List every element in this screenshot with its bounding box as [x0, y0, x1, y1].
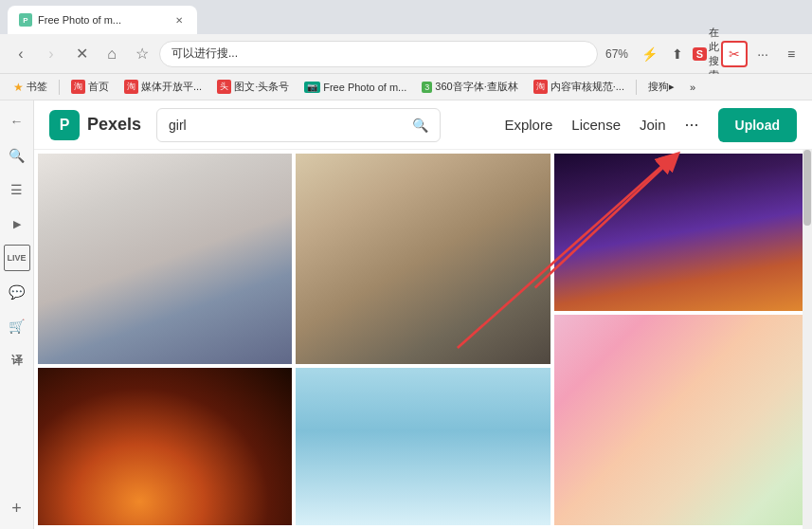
tab-favicon: P	[19, 13, 32, 27]
sidebar-list[interactable]: ☰	[4, 176, 30, 203]
sidebar-cart[interactable]: 🛒	[4, 313, 30, 339]
bookmark-media[interactable]: 淘 媒体开放平...	[118, 78, 208, 96]
bookmark-star[interactable]: ★ 书签	[8, 78, 53, 96]
header-nav: Explore License Join ··· Upload	[504, 108, 797, 142]
sidebar: ← 🔍 ☰ ▶ LIVE 💬 🛒 译 +	[0, 100, 34, 529]
sidebar-back[interactable]: ←	[4, 108, 30, 135]
divider	[636, 80, 637, 95]
bookmarks-expand[interactable]: »	[684, 80, 701, 95]
sidebar-translate[interactable]: 译	[4, 347, 30, 374]
sidebar-chat[interactable]: 💬	[4, 279, 30, 305]
photo-item-5[interactable]	[296, 368, 550, 525]
bookmark-360font[interactable]: 3 360音字体·查版林	[416, 78, 523, 96]
photo-item-2[interactable]	[296, 154, 550, 364]
photo-grid	[34, 150, 812, 529]
bookmark-favicon: 头	[217, 80, 231, 94]
browser-toolbar: ‹ › ✕ ⌂ ☆ 可以进行搜... 67% ⚡ ⬆ S 在此搜索 ✂ ··· …	[0, 34, 812, 74]
bookmark-label: 图文·头条号	[234, 80, 289, 94]
main-area: ← 🔍 ☰ ▶ LIVE 💬 🛒 译 + P Pexels	[0, 100, 812, 529]
scrollbar-thumb[interactable]	[803, 150, 811, 226]
address-text: 可以进行搜...	[171, 46, 586, 62]
star-icon: ★	[13, 81, 24, 94]
bookmark-pexels[interactable]: 📷 Free Photo of m...	[298, 80, 412, 95]
zoom-level: 67%	[602, 47, 632, 61]
photo-col-2	[296, 154, 550, 525]
photo-col-3	[554, 154, 808, 525]
bookmark-toutiao[interactable]: 头 图文·头条号	[211, 78, 295, 96]
scrollbar-track	[803, 150, 812, 529]
search-bar[interactable]: girl 🔍	[156, 108, 441, 142]
expand-icon: »	[690, 82, 695, 93]
tab-close-button[interactable]: ✕	[172, 13, 186, 27]
photo-item-1[interactable]	[38, 154, 292, 364]
nav-join[interactable]: Join	[640, 117, 666, 133]
pexels-logo[interactable]: P Pexels	[49, 110, 141, 140]
bookmark-label: 首页	[88, 80, 109, 94]
photo-col-1	[38, 154, 292, 525]
bookmark-label: 内容审核规范·...	[550, 80, 624, 94]
scissors-button[interactable]: ✂	[721, 41, 748, 67]
photo-item-6[interactable]	[554, 315, 808, 525]
photo-item-3[interactable]	[554, 154, 808, 311]
bookmark-review[interactable]: 淘 内容审核规范·...	[528, 78, 630, 96]
bookmarks-bar: ★ 书签 淘 首页 淘 媒体开放平... 头 图文·头条号 📷 Free Pho…	[0, 74, 812, 100]
home-button[interactable]: ⌂	[99, 41, 125, 67]
sidebar-live[interactable]: LIVE	[4, 245, 30, 271]
bookmark-label: Free Photo of m...	[323, 82, 406, 93]
toolbar-right-icons: ⚡ ⬆ S 在此搜索 ✂ ··· ≡	[636, 41, 804, 67]
bookmark-label: 书签	[27, 80, 47, 94]
upload-button[interactable]: Upload	[718, 108, 797, 142]
photo-item-4[interactable]	[38, 368, 292, 525]
more-button[interactable]: ···	[749, 41, 776, 67]
forward-button[interactable]: ›	[38, 41, 64, 67]
bookmark-label: 搜狗▸	[648, 80, 675, 94]
back-button[interactable]: ‹	[8, 41, 34, 67]
pexels-logo-icon: P	[49, 110, 80, 140]
browser-window: P Free Photo of m... ✕ ‹ › ✕ ⌂ ☆ 可以进行搜..…	[0, 0, 812, 529]
page-content: P Pexels girl 🔍 Explore License Join ···…	[34, 100, 812, 529]
pexels-brand-name: Pexels	[87, 115, 141, 135]
search-icon: 🔍	[412, 118, 428, 133]
nav-more-dots[interactable]: ···	[685, 115, 699, 135]
sidebar-video[interactable]: ▶	[4, 210, 30, 237]
close-button[interactable]: ✕	[68, 41, 95, 67]
star-button[interactable]: ☆	[129, 41, 155, 67]
bookmark-label: 360音字体·查版林	[435, 80, 517, 94]
pexels-header: P Pexels girl 🔍 Explore License Join ···…	[34, 100, 812, 150]
bookmark-favicon: 📷	[304, 82, 320, 93]
active-tab[interactable]: P Free Photo of m... ✕	[8, 6, 197, 34]
bookmark-favicon: 3	[422, 82, 432, 93]
extension-button[interactable]: S 在此搜索	[693, 41, 719, 67]
share-button[interactable]: ⬆	[664, 41, 691, 67]
menu-button[interactable]: ≡	[778, 41, 804, 67]
bookmark-favicon: 淘	[533, 80, 548, 94]
bookmark-label: 媒体开放平...	[141, 80, 202, 94]
sidebar-search[interactable]: 🔍	[4, 142, 30, 169]
bookmark-sougou[interactable]: 搜狗▸	[642, 78, 680, 96]
nav-license[interactable]: License	[571, 117, 621, 133]
tab-title: Free Photo of m...	[38, 14, 167, 26]
bookmark-favicon: 淘	[124, 80, 138, 94]
sidebar-add[interactable]: +	[4, 495, 30, 521]
photo-grid-container	[34, 150, 812, 529]
lightning-icon[interactable]: ⚡	[636, 41, 662, 67]
bookmark-favicon: 淘	[71, 80, 85, 94]
search-value: girl	[169, 118, 405, 133]
tab-bar: P Free Photo of m... ✕	[0, 0, 812, 34]
bookmark-homepage[interactable]: 淘 首页	[65, 78, 115, 96]
divider	[59, 80, 60, 95]
nav-explore[interactable]: Explore	[504, 117, 552, 133]
address-bar[interactable]: 可以进行搜...	[159, 41, 598, 67]
